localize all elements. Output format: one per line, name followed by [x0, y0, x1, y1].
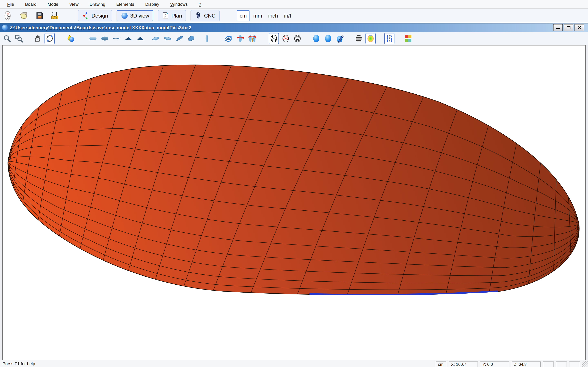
bottom-ellipse-icon — [100, 34, 109, 43]
plan-document-icon — [162, 12, 169, 19]
view-bottom-ellipse[interactable] — [100, 33, 110, 44]
unit-cm[interactable]: cm — [237, 10, 250, 21]
striped-egg-icon — [355, 34, 363, 43]
menu-help[interactable]: ? — [193, 2, 207, 7]
pan-tool[interactable] — [33, 33, 43, 44]
menu-file[interactable]: File — [2, 2, 20, 7]
rotate-3d-tool[interactable] — [44, 33, 55, 44]
perspective-ellipse-2-icon — [163, 34, 172, 43]
view-toolbar — [0, 32, 588, 45]
3d-view-mode-button[interactable]: 3D view — [117, 10, 153, 21]
menu-elements[interactable]: Elements — [111, 2, 140, 7]
plan-mode-label: Plan — [171, 13, 182, 19]
save-floppy-icon — [35, 11, 44, 20]
curvature-egg-icon — [366, 34, 375, 43]
dimensions-button[interactable]: 1 0 — [50, 11, 60, 21]
lighting-tool[interactable] — [66, 33, 76, 44]
resize-grip[interactable] — [582, 361, 588, 367]
side-profile-icon — [112, 34, 121, 43]
zoom-window-tool[interactable] — [14, 33, 24, 44]
flip-symmetry-tool[interactable] — [384, 33, 394, 44]
maximize-button[interactable] — [564, 24, 573, 31]
menu-display[interactable]: Display — [140, 2, 165, 7]
menu-drawing[interactable]: Drawing — [84, 2, 111, 7]
unit-inf[interactable]: in/f — [282, 13, 294, 19]
board-3d-view[interactable] — [3, 45, 585, 360]
svg-text:1: 1 — [53, 17, 54, 19]
view-perspective-4[interactable] — [186, 33, 196, 44]
view-front[interactable] — [123, 33, 134, 44]
statusbar: Press F1 for help cm X: 100.7 Y: 0.0 Z: … — [0, 360, 588, 367]
view-perspective-1[interactable] — [151, 33, 161, 44]
rotate-axis-tool[interactable] — [235, 33, 245, 44]
render-striped[interactable] — [354, 33, 364, 44]
view-outline-top[interactable] — [202, 33, 212, 44]
view-top-ellipse[interactable] — [88, 33, 98, 44]
statusbar-empty-3 — [569, 361, 580, 367]
menu-windows[interactable]: Windows — [165, 2, 193, 7]
render-solid-smooth[interactable] — [323, 33, 333, 44]
unit-mm[interactable]: mm — [251, 13, 264, 19]
3d-view-mode-label: 3D view — [130, 13, 149, 19]
minimize-button[interactable] — [553, 24, 563, 31]
design-mode-label: Design — [91, 13, 108, 19]
minimize-icon — [556, 26, 560, 29]
maximize-icon — [567, 26, 571, 29]
statusbar-empty-1 — [543, 361, 554, 367]
menu-view[interactable]: View — [64, 2, 84, 7]
zoom-tool[interactable] — [2, 33, 12, 44]
solid-egg-2-icon — [324, 34, 332, 43]
view-perspective-3[interactable] — [174, 33, 185, 44]
new-board-icon — [4, 11, 13, 20]
zoom-window-icon — [15, 34, 23, 43]
rotate-vertical-tool[interactable] — [247, 33, 257, 44]
statusbar-coord-y: Y: 0.0 — [480, 361, 509, 367]
new-board-button[interactable] — [3, 11, 13, 21]
dimensions-ruler-icon: 1 0 — [50, 11, 60, 20]
design-mode-button[interactable]: Design — [78, 10, 112, 21]
menu-board[interactable]: Board — [20, 2, 42, 7]
view-back[interactable] — [135, 33, 145, 44]
document-titlebar[interactable]: Z:\Users\dennery\Documents\Boards\save\r… — [0, 24, 588, 32]
svg-text:0: 0 — [56, 17, 57, 19]
main-toolbar: 1 0 Design — [0, 9, 588, 23]
plan-mode-button[interactable]: Plan — [158, 10, 186, 21]
mesh-icon — [293, 34, 302, 43]
render-wireframe[interactable] — [269, 33, 279, 44]
render-painted[interactable] — [335, 33, 345, 44]
rotate-object-tool[interactable] — [223, 33, 233, 44]
menu-mode[interactable]: Mode — [42, 2, 64, 7]
canvas-frame — [2, 45, 586, 360]
render-curvature[interactable] — [365, 33, 376, 44]
color-settings-tool[interactable] — [403, 33, 413, 44]
pan-hand-icon — [34, 34, 42, 43]
view-side[interactable] — [112, 33, 122, 44]
perspective-board-1-icon — [175, 34, 184, 43]
back-triangle-icon — [136, 34, 145, 43]
rotate-vertical-icon — [248, 34, 256, 43]
document-title: Z:\Users\dennery\Documents\Boards\save\r… — [10, 25, 553, 31]
painted-egg-icon — [336, 34, 344, 43]
outline-top-icon — [203, 34, 211, 43]
unit-selector: cm mm inch in/f — [237, 10, 294, 21]
3d-sphere-icon — [121, 12, 128, 19]
save-button[interactable] — [34, 11, 44, 21]
color-squares-icon — [404, 34, 412, 43]
render-solid[interactable] — [311, 33, 321, 44]
close-button[interactable]: ✕ — [575, 24, 584, 31]
view-perspective-2[interactable] — [163, 33, 173, 44]
open-button[interactable] — [19, 11, 29, 21]
cnc-mode-button[interactable]: CNC — [190, 10, 219, 21]
rotate-axis-icon — [236, 34, 245, 43]
statusbar-help-text: Press F1 for help — [2, 361, 35, 366]
lighting-icon — [67, 34, 76, 43]
document-icon — [2, 25, 8, 31]
solid-egg-icon — [312, 34, 320, 43]
open-folder-icon — [19, 11, 29, 20]
design-nodes-icon — [82, 12, 89, 19]
close-icon: ✕ — [577, 25, 581, 30]
unit-inch[interactable]: inch — [266, 13, 281, 19]
render-wireframe-design[interactable] — [281, 33, 291, 44]
render-mesh[interactable] — [292, 33, 303, 44]
statusbar-unit: cm — [436, 361, 446, 367]
